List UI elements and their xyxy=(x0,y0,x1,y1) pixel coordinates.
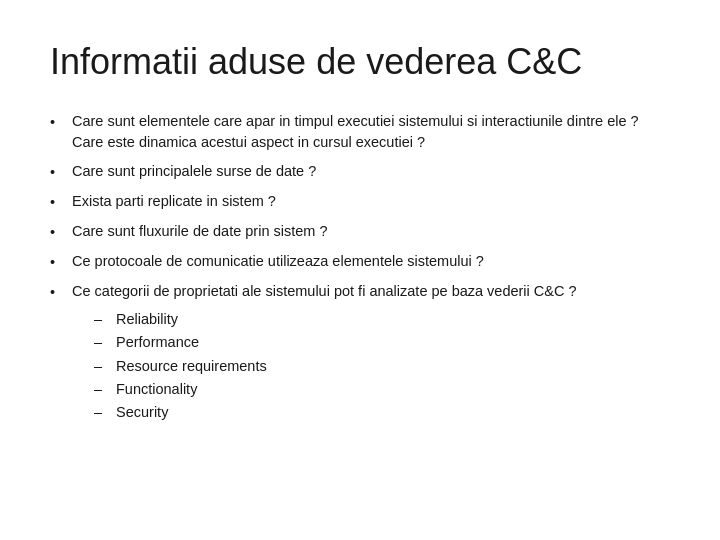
bullet-text: Ce protocoale de comunicatie utilizeaza … xyxy=(72,251,484,272)
sub-list-item: – Functionality xyxy=(94,378,267,401)
sub-item-text: Performance xyxy=(116,331,199,354)
dash: – xyxy=(94,401,112,424)
bullet-dot: • xyxy=(50,162,68,183)
bullet-dot: • xyxy=(50,252,68,273)
list-item: • Exista parti replicate in sistem ? xyxy=(50,191,670,213)
sub-list-item: – Performance xyxy=(94,331,267,354)
sub-list-item: – Resource requirements xyxy=(94,355,267,378)
dash: – xyxy=(94,331,112,354)
sub-list-item: – Security xyxy=(94,401,267,424)
main-bullet-list: • Care sunt elementele care apar in timp… xyxy=(50,111,670,510)
sub-item-text: Resource requirements xyxy=(116,355,267,378)
sub-list: – Reliability – Performance – Resource r… xyxy=(94,308,267,424)
list-item-last: • Ce categorii de proprietati ale sistem… xyxy=(50,281,670,424)
list-item: • Care sunt elementele care apar in timp… xyxy=(50,111,670,153)
bullet-dot: • xyxy=(50,112,68,133)
list-item: • Care sunt fluxurile de date prin siste… xyxy=(50,221,670,243)
sub-item-text: Functionality xyxy=(116,378,197,401)
list-item: • Ce protocoale de comunicatie utilizeaz… xyxy=(50,251,670,273)
bullet-text: Care sunt principalele surse de date ? xyxy=(72,161,316,182)
bullet-dot: • xyxy=(50,192,68,213)
list-item: • Care sunt principalele surse de date ? xyxy=(50,161,670,183)
dash: – xyxy=(94,308,112,331)
bullet-text: Care sunt fluxurile de date prin sistem … xyxy=(72,221,328,242)
sub-item-text: Security xyxy=(116,401,168,424)
bullet-text: Ce categorii de proprietati ale sistemul… xyxy=(72,281,577,302)
sub-item-text: Reliability xyxy=(116,308,178,331)
sub-list-item: – Reliability xyxy=(94,308,267,331)
bullet-text: Care sunt elementele care apar in timpul… xyxy=(72,111,670,153)
dash: – xyxy=(94,378,112,401)
bullet-dot: • xyxy=(50,282,68,303)
bullet-dot: • xyxy=(50,222,68,243)
dash: – xyxy=(94,355,112,378)
slide-title: Informatii aduse de vederea C&C xyxy=(50,40,670,83)
slide: Informatii aduse de vederea C&C • Care s… xyxy=(0,0,720,540)
bullet-text: Exista parti replicate in sistem ? xyxy=(72,191,276,212)
last-bullet-block: Ce categorii de proprietati ale sistemul… xyxy=(72,281,577,424)
